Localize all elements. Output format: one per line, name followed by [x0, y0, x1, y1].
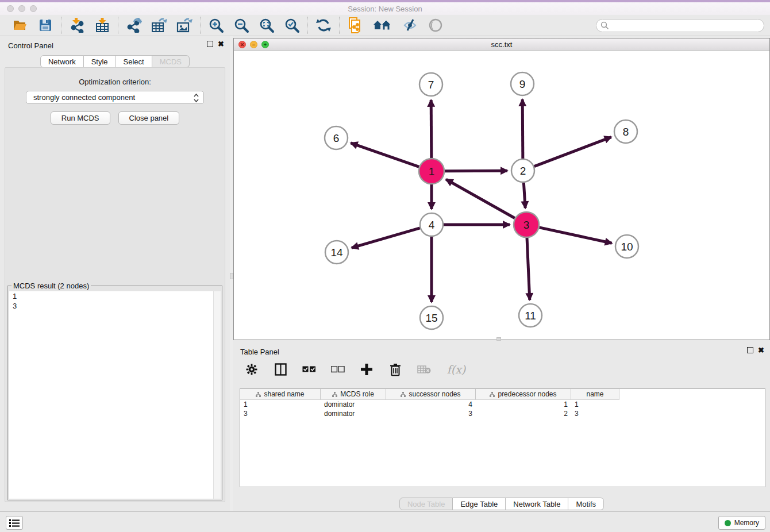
open-session-button[interactable] [12, 17, 28, 33]
graph-edge-3-10[interactable] [539, 228, 611, 243]
zoom-in-button[interactable] [208, 17, 224, 33]
float-panel-icon[interactable] [207, 41, 213, 47]
table-cell[interactable]: 2 [476, 409, 571, 418]
table-cell[interactable]: 1 [240, 400, 321, 409]
table-cell[interactable]: dominator [321, 400, 386, 409]
status-bar: Memory [0, 511, 770, 532]
graph-edge-3-11[interactable] [527, 238, 530, 300]
tab-node-table[interactable]: Node Table [399, 498, 453, 510]
graph-node-label: 8 [623, 126, 629, 138]
float-table-panel-icon[interactable] [747, 347, 753, 353]
unchecked-boxes-icon [331, 366, 345, 373]
close-panel-icon[interactable]: ✖ [218, 41, 224, 47]
hide-selected-button[interactable] [402, 17, 418, 33]
tab-network-table[interactable]: Network Table [506, 498, 568, 510]
graph-edge-1-2[interactable] [445, 171, 507, 171]
run-mcds-button[interactable]: Run MCDS [51, 111, 110, 125]
column-header-shared-name[interactable]: shared name [240, 389, 321, 400]
export-network-icon [126, 18, 142, 33]
column-type-icon [401, 392, 406, 397]
save-session-button[interactable] [37, 17, 53, 33]
graph-edge-1-7[interactable] [431, 100, 432, 158]
network-window-titlebar[interactable]: ✕ − + scc.txt [234, 38, 769, 51]
result-scrollbar[interactable] [213, 291, 221, 499]
window-title: Session: New Session [0, 5, 770, 13]
table-cell[interactable]: 1 [571, 400, 619, 409]
result-line: 3 [9, 301, 221, 311]
table-panel-title: Table Panel [240, 348, 279, 356]
close-panel-button[interactable]: Close panel [118, 111, 180, 125]
table-panel-mode-button[interactable] [272, 361, 288, 377]
table-row[interactable]: 3dominator323 [240, 409, 765, 418]
network-canvas[interactable]: 7968124314101511 [234, 51, 769, 340]
table-cell[interactable]: 3 [571, 409, 619, 418]
delete-table-button[interactable] [416, 361, 432, 377]
tab-select[interactable]: Select [116, 55, 152, 68]
zoom-out-button[interactable] [233, 17, 249, 33]
table-cell[interactable]: 3 [386, 409, 476, 418]
column-header-successor-nodes[interactable]: successor nodes [386, 389, 476, 400]
column-header-name[interactable]: name [571, 389, 619, 400]
table-cell[interactable]: dominator [321, 409, 386, 418]
search-icon [600, 21, 609, 30]
column-header-predecessor-nodes[interactable]: predecessor nodes [476, 389, 571, 400]
column-type-icon [490, 392, 495, 397]
mcds-result-textarea[interactable]: 1 3 [9, 291, 221, 499]
tab-motifs[interactable]: Motifs [568, 498, 604, 510]
export-table-button[interactable] [151, 17, 167, 33]
tab-mcds[interactable]: MCDS [152, 55, 190, 68]
graph-edge-2-9[interactable] [522, 99, 523, 159]
task-history-button[interactable] [6, 516, 23, 530]
graph-edge-2-3[interactable] [523, 183, 525, 208]
import-table-icon [95, 18, 110, 33]
tab-edge-table[interactable]: Edge Table [453, 498, 506, 510]
add-column-button[interactable] [359, 361, 375, 377]
delete-column-button[interactable] [387, 361, 403, 377]
network-graph[interactable]: 7968124314101511 [234, 51, 769, 340]
close-table-panel-icon[interactable]: ✖ [758, 347, 764, 353]
search-input[interactable] [596, 19, 764, 32]
canvas-resize-grip[interactable] [496, 337, 501, 341]
node-table[interactable]: shared nameMCDS rolesuccessor nodesprede… [240, 388, 765, 487]
criterion-dropdown[interactable]: strongly connected component [26, 91, 204, 104]
import-table-button[interactable] [94, 17, 110, 33]
table-tabs: Node Table Edge Table Network Table Moti… [233, 498, 770, 510]
select-all-button[interactable] [301, 361, 317, 377]
zoom-fit-button[interactable] [259, 17, 275, 33]
graph-node-label: 6 [333, 132, 340, 144]
graph-edge-4-14[interactable] [352, 228, 420, 248]
open-folder-icon [13, 18, 28, 33]
graph-node-label: 3 [523, 219, 530, 231]
refresh-button[interactable] [315, 17, 332, 33]
control-panel-tabs: Network Style Select MCDS [0, 55, 230, 68]
graph-edge-1-6[interactable] [351, 143, 419, 167]
gear-icon [246, 364, 257, 375]
show-graphics-details-button[interactable] [428, 17, 444, 33]
function-builder-button[interactable]: f(x) [445, 361, 468, 377]
export-network-button[interactable] [126, 17, 142, 33]
first-neighbors-button[interactable] [372, 17, 393, 33]
clone-network-button[interactable] [347, 17, 363, 33]
table-row[interactable]: 1dominator411 [240, 400, 765, 409]
table-panel-header: Table Panel ✖ [233, 342, 770, 358]
refresh-icon [316, 18, 331, 33]
column-type-icon [332, 392, 337, 397]
memory-button[interactable]: Memory [718, 516, 765, 530]
tab-style[interactable]: Style [84, 55, 116, 68]
export-image-button[interactable] [176, 17, 192, 33]
graph-node-label: 11 [525, 310, 536, 322]
table-cell[interactable]: 3 [240, 409, 321, 418]
column-header-MCDS-role[interactable]: MCDS role [321, 389, 386, 400]
graph-edge-2-8[interactable] [534, 137, 611, 167]
deselect-all-button[interactable] [330, 361, 346, 377]
settings-gear-button[interactable] [244, 361, 260, 377]
graph-edge-3-1[interactable] [446, 179, 515, 218]
tab-network[interactable]: Network [40, 55, 84, 68]
import-network-button[interactable] [69, 17, 85, 33]
save-floppy-icon [38, 18, 52, 32]
result-line: 1 [9, 291, 221, 301]
table-cell[interactable]: 4 [386, 400, 476, 409]
checked-boxes-icon [302, 366, 316, 373]
zoom-selected-button[interactable] [284, 17, 300, 33]
table-cell[interactable]: 1 [476, 400, 571, 409]
